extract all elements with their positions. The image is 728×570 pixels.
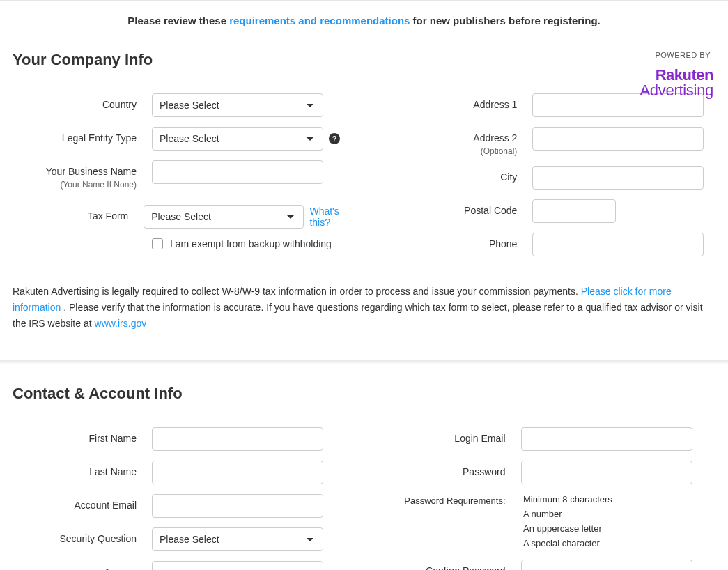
business-name-label: Your Business Name [13,166,137,177]
address2-input[interactable] [532,127,704,151]
whats-this-link[interactable]: What's this? [309,206,358,228]
tax-form-label: Tax Form [13,205,144,222]
section-divider [0,360,728,364]
password-input[interactable] [521,461,692,484]
help-icon[interactable]: ? [329,133,340,144]
login-email-input[interactable] [521,427,692,451]
requirements-link[interactable]: requirements and recommendations [229,15,410,26]
postal-input[interactable] [532,199,616,223]
legal-entity-label: Legal Entity Type [13,127,152,144]
postal-label: Postal Code [393,199,532,216]
pw-req-item: Minimum 8 characters [523,494,612,504]
business-name-input[interactable] [152,160,323,184]
last-name-label: Last Name [13,461,152,477]
country-label: Country [13,93,152,110]
answer-label: Answer [13,561,152,570]
first-name-input[interactable] [152,427,323,451]
notice-prefix: Please review these [127,15,229,26]
rakuten-adv-text: Advertising [640,82,713,100]
address2-label: Address 2 [393,132,517,144]
business-name-sublabel: (Your Name If None) [13,180,137,190]
account-email-input[interactable] [152,494,323,518]
powered-by: POWERED BY Rakuten Advertising [640,51,711,100]
address1-label: Address 1 [393,93,532,110]
irs-link[interactable]: www.irs.gov [95,318,147,329]
password-label: Password [382,461,521,477]
country-select[interactable]: Please Select [152,93,323,117]
section-title-company: Your Company Info [13,51,715,69]
phone-label: Phone [393,233,532,249]
tax-disclaimer: Rakuten Advertising is legally required … [13,284,715,332]
pw-req-item: An uppercase letter [523,523,612,534]
confirm-password-label: Confirm Password [382,560,521,570]
exempt-label: I am exempt from backup withholding [170,238,332,249]
password-requirements: Password Requirements: Minimum 8 charact… [382,494,716,553]
address2-sublabel: (Optional) [393,146,517,156]
notice-suffix: for new publishers before registering. [410,15,600,26]
account-email-label: Account Email [13,494,152,511]
city-label: City [393,166,532,183]
first-name-label: First Name [13,427,152,444]
tax-form-select[interactable]: Please Select [144,205,304,229]
section-title-contact: Contact & Account Info [13,385,715,403]
pw-req-item: A number [523,509,612,519]
rakuten-logo: Rakuten Advertising [640,66,713,100]
disclaimer-text-1: Rakuten Advertising is legally required … [13,286,581,297]
security-question-select[interactable]: Please Select [152,527,323,551]
phone-input[interactable] [532,233,704,256]
powered-by-text: POWERED BY [640,51,711,59]
review-notice: Please review these requirements and rec… [0,0,728,33]
login-email-label: Login Email [382,427,521,444]
security-question-label: Security Question [13,527,152,544]
last-name-input[interactable] [152,461,323,484]
city-input[interactable] [532,166,704,190]
confirm-password-input[interactable] [521,560,692,570]
answer-input[interactable] [152,561,323,570]
pw-req-label: Password Requirements: [382,494,521,506]
legal-entity-select[interactable]: Please Select [152,127,323,151]
exempt-checkbox[interactable] [152,238,163,249]
pw-req-item: A special character [523,538,612,548]
